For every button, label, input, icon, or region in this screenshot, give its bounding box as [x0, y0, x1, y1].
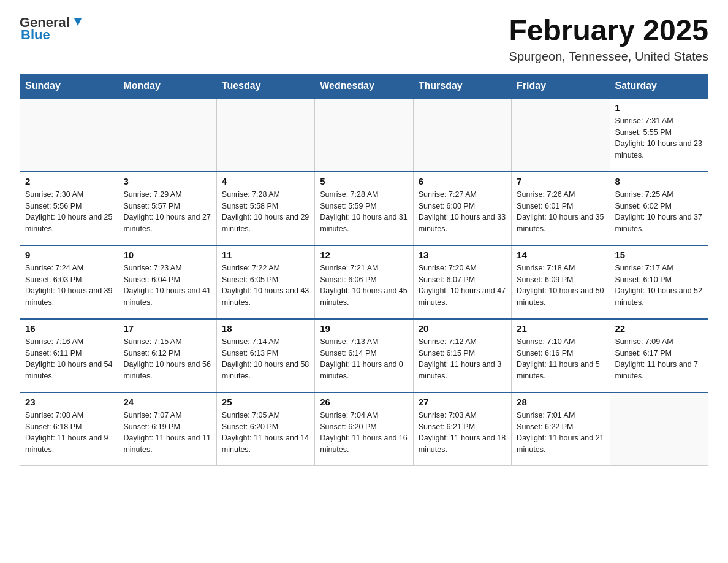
calendar-header-wednesday: Wednesday — [315, 74, 413, 98]
day-number: 12 — [320, 250, 408, 260]
calendar-cell — [118, 98, 216, 172]
calendar-header-sunday: Sunday — [20, 74, 118, 98]
week-row-2: 2Sunrise: 7:30 AMSunset: 5:56 PMDaylight… — [20, 172, 708, 245]
day-number: 19 — [320, 323, 408, 334]
day-info: Sunrise: 7:23 AMSunset: 6:04 PMDaylight:… — [123, 262, 211, 308]
day-number: 18 — [222, 323, 309, 334]
title-block: February 2025 Spurgeon, Tennessee, Unite… — [509, 15, 708, 64]
day-number: 3 — [123, 176, 211, 186]
day-info: Sunrise: 7:18 AMSunset: 6:09 PMDaylight:… — [517, 262, 604, 308]
logo: General Blue — [20, 15, 85, 43]
day-info: Sunrise: 7:26 AMSunset: 6:01 PMDaylight:… — [517, 189, 604, 235]
calendar-cell: 21Sunrise: 7:10 AMSunset: 6:16 PMDayligh… — [512, 319, 610, 393]
day-number: 16 — [25, 323, 113, 334]
calendar-header-saturday: Saturday — [610, 74, 708, 98]
location-title: Spurgeon, Tennessee, United States — [509, 50, 708, 64]
day-info: Sunrise: 7:22 AMSunset: 6:05 PMDaylight:… — [222, 262, 309, 308]
day-number: 2 — [25, 176, 113, 186]
day-info: Sunrise: 7:12 AMSunset: 6:15 PMDaylight:… — [419, 336, 506, 382]
logo-blue: Blue — [21, 27, 50, 43]
day-info: Sunrise: 7:25 AMSunset: 6:02 PMDaylight:… — [615, 189, 703, 235]
calendar-cell: 8Sunrise: 7:25 AMSunset: 6:02 PMDaylight… — [610, 172, 708, 245]
day-info: Sunrise: 7:20 AMSunset: 6:07 PMDaylight:… — [419, 262, 506, 308]
day-info: Sunrise: 7:16 AMSunset: 6:11 PMDaylight:… — [25, 336, 113, 382]
calendar-cell — [315, 98, 413, 172]
day-number: 26 — [320, 397, 408, 407]
calendar-cell: 28Sunrise: 7:01 AMSunset: 6:22 PMDayligh… — [512, 393, 610, 466]
calendar-cell: 20Sunrise: 7:12 AMSunset: 6:15 PMDayligh… — [413, 319, 511, 393]
calendar-table: SundayMondayTuesdayWednesdayThursdayFrid… — [20, 74, 708, 467]
day-number: 8 — [615, 176, 703, 186]
calendar-cell: 11Sunrise: 7:22 AMSunset: 6:05 PMDayligh… — [216, 245, 314, 319]
week-row-4: 16Sunrise: 7:16 AMSunset: 6:11 PMDayligh… — [20, 319, 708, 393]
calendar-cell — [610, 393, 708, 466]
calendar-cell: 2Sunrise: 7:30 AMSunset: 5:56 PMDaylight… — [20, 172, 118, 245]
day-info: Sunrise: 7:07 AMSunset: 6:19 PMDaylight:… — [123, 410, 211, 456]
day-number: 13 — [419, 250, 506, 260]
calendar-cell: 4Sunrise: 7:28 AMSunset: 5:58 PMDaylight… — [216, 172, 314, 245]
calendar-cell: 18Sunrise: 7:14 AMSunset: 6:13 PMDayligh… — [216, 319, 314, 393]
logo-triangle-icon — [71, 16, 85, 29]
svg-marker-0 — [74, 18, 82, 26]
calendar-cell: 12Sunrise: 7:21 AMSunset: 6:06 PMDayligh… — [315, 245, 413, 319]
calendar-cell: 14Sunrise: 7:18 AMSunset: 6:09 PMDayligh… — [512, 245, 610, 319]
calendar-cell: 17Sunrise: 7:15 AMSunset: 6:12 PMDayligh… — [118, 319, 216, 393]
day-info: Sunrise: 7:17 AMSunset: 6:10 PMDaylight:… — [615, 262, 703, 308]
week-row-3: 9Sunrise: 7:24 AMSunset: 6:03 PMDaylight… — [20, 245, 708, 319]
day-number: 14 — [517, 250, 604, 260]
day-number: 21 — [517, 323, 604, 334]
calendar-cell: 15Sunrise: 7:17 AMSunset: 6:10 PMDayligh… — [610, 245, 708, 319]
day-number: 1 — [615, 102, 703, 113]
day-number: 4 — [222, 176, 309, 186]
day-info: Sunrise: 7:04 AMSunset: 6:20 PMDaylight:… — [320, 410, 408, 456]
calendar-cell: 13Sunrise: 7:20 AMSunset: 6:07 PMDayligh… — [413, 245, 511, 319]
day-info: Sunrise: 7:24 AMSunset: 6:03 PMDaylight:… — [25, 262, 113, 308]
day-number: 24 — [123, 397, 211, 407]
day-info: Sunrise: 7:30 AMSunset: 5:56 PMDaylight:… — [25, 189, 113, 235]
calendar-header-monday: Monday — [118, 74, 216, 98]
day-number: 20 — [419, 323, 506, 334]
day-number: 9 — [25, 250, 113, 260]
day-info: Sunrise: 7:14 AMSunset: 6:13 PMDaylight:… — [222, 336, 309, 382]
day-number: 25 — [222, 397, 309, 407]
day-info: Sunrise: 7:08 AMSunset: 6:18 PMDaylight:… — [25, 410, 113, 456]
day-number: 17 — [123, 323, 211, 334]
day-info: Sunrise: 7:27 AMSunset: 6:00 PMDaylight:… — [419, 189, 506, 235]
day-info: Sunrise: 7:31 AMSunset: 5:55 PMDaylight:… — [615, 115, 703, 161]
calendar-cell: 24Sunrise: 7:07 AMSunset: 6:19 PMDayligh… — [118, 393, 216, 466]
day-number: 23 — [25, 397, 113, 407]
day-number: 28 — [517, 397, 604, 407]
calendar-cell — [216, 98, 314, 172]
day-info: Sunrise: 7:15 AMSunset: 6:12 PMDaylight:… — [123, 336, 211, 382]
day-info: Sunrise: 7:29 AMSunset: 5:57 PMDaylight:… — [123, 189, 211, 235]
calendar-cell: 10Sunrise: 7:23 AMSunset: 6:04 PMDayligh… — [118, 245, 216, 319]
week-row-1: 1Sunrise: 7:31 AMSunset: 5:55 PMDaylight… — [20, 98, 708, 172]
calendar-cell: 6Sunrise: 7:27 AMSunset: 6:00 PMDaylight… — [413, 172, 511, 245]
calendar-cell: 5Sunrise: 7:28 AMSunset: 5:59 PMDaylight… — [315, 172, 413, 245]
day-number: 6 — [419, 176, 506, 186]
calendar-cell: 3Sunrise: 7:29 AMSunset: 5:57 PMDaylight… — [118, 172, 216, 245]
calendar-cell: 27Sunrise: 7:03 AMSunset: 6:21 PMDayligh… — [413, 393, 511, 466]
calendar-cell: 25Sunrise: 7:05 AMSunset: 6:20 PMDayligh… — [216, 393, 314, 466]
day-info: Sunrise: 7:28 AMSunset: 5:58 PMDaylight:… — [222, 189, 309, 235]
day-info: Sunrise: 7:10 AMSunset: 6:16 PMDaylight:… — [517, 336, 604, 382]
day-number: 27 — [419, 397, 506, 407]
day-number: 22 — [615, 323, 703, 334]
day-number: 5 — [320, 176, 408, 186]
day-number: 7 — [517, 176, 604, 186]
calendar-cell: 19Sunrise: 7:13 AMSunset: 6:14 PMDayligh… — [315, 319, 413, 393]
calendar-cell: 9Sunrise: 7:24 AMSunset: 6:03 PMDaylight… — [20, 245, 118, 319]
day-number: 15 — [615, 250, 703, 260]
calendar-header-row: SundayMondayTuesdayWednesdayThursdayFrid… — [20, 74, 708, 98]
calendar-cell: 23Sunrise: 7:08 AMSunset: 6:18 PMDayligh… — [20, 393, 118, 466]
day-info: Sunrise: 7:09 AMSunset: 6:17 PMDaylight:… — [615, 336, 703, 382]
calendar-cell — [512, 98, 610, 172]
day-number: 11 — [222, 250, 309, 260]
calendar-cell: 7Sunrise: 7:26 AMSunset: 6:01 PMDaylight… — [512, 172, 610, 245]
calendar-header-tuesday: Tuesday — [216, 74, 314, 98]
day-number: 10 — [123, 250, 211, 260]
calendar-cell: 16Sunrise: 7:16 AMSunset: 6:11 PMDayligh… — [20, 319, 118, 393]
calendar-cell: 22Sunrise: 7:09 AMSunset: 6:17 PMDayligh… — [610, 319, 708, 393]
calendar-cell: 1Sunrise: 7:31 AMSunset: 5:55 PMDaylight… — [610, 98, 708, 172]
calendar-header-friday: Friday — [512, 74, 610, 98]
